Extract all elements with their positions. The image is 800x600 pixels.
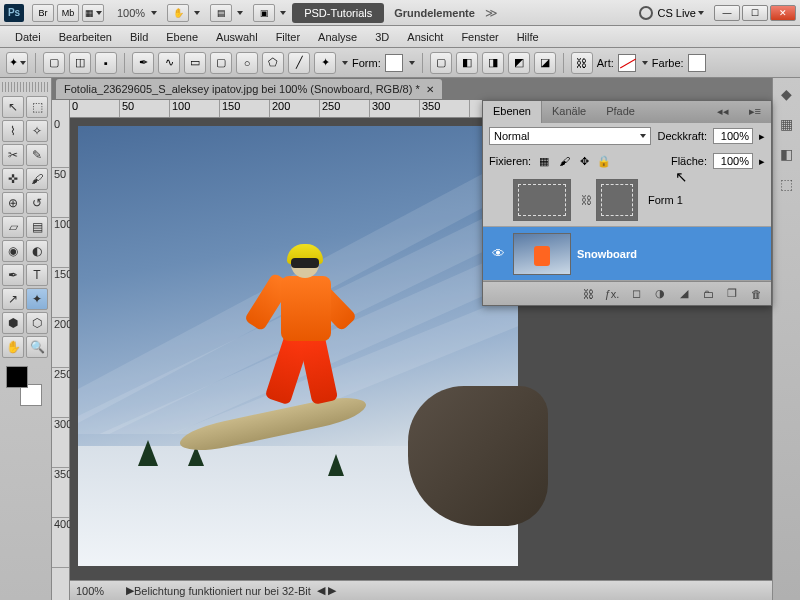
fill-pixels-mode[interactable]: ▪ [95,52,117,74]
new-layer-icon[interactable]: ❐ [725,287,739,301]
ruler-vertical[interactable]: 0 50 100 150 200 250 300 350 400 [52,100,70,600]
menu-bild[interactable]: Bild [121,31,157,43]
menu-filter[interactable]: Filter [267,31,309,43]
window-minimize[interactable]: — [714,5,740,21]
ellipse-shape-icon[interactable]: ○ [236,52,258,74]
color-swatches[interactable] [6,366,46,406]
shape-preview[interactable] [385,54,403,72]
tool-preset[interactable]: ✦ [6,52,28,74]
zoom-level[interactable]: 100% [117,7,145,19]
tab-kanaele[interactable]: Kanäle [542,101,596,123]
layer-row[interactable]: 👁 Snowboard [483,227,771,281]
lock-pixels-icon[interactable]: 🖌 [557,154,571,168]
color-swatch[interactable] [688,54,706,72]
arrange-docs-button[interactable]: ▤ [210,4,232,22]
link-layers-icon[interactable]: ⛓ [581,287,595,301]
roundrect-shape-icon[interactable]: ▢ [210,52,232,74]
mask-link-icon[interactable]: ⛓ [581,194,592,206]
hand-icon[interactable]: ✋ [167,4,189,22]
screen-mode-button[interactable]: ▣ [253,4,275,22]
lock-transparency-icon[interactable]: ▦ [537,154,551,168]
path-intersect-icon[interactable]: ◩ [508,52,530,74]
window-close[interactable]: ✕ [770,5,796,21]
layer-name[interactable]: Snowboard [577,248,765,260]
heal-tool[interactable]: ✜ [2,168,24,190]
brush-tool[interactable]: 🖌 [26,168,48,190]
blur-tool[interactable]: ◉ [2,240,24,262]
mask-icon[interactable]: ◻ [629,287,643,301]
paths-mode[interactable]: ◫ [69,52,91,74]
toolbox-grip[interactable] [2,82,49,92]
custom-shape-icon[interactable]: ✦ [314,52,336,74]
document-tab[interactable]: Fotolia_23629605_S_aleksey ipatov.jpg be… [56,79,442,99]
eraser-tool[interactable]: ▱ [2,216,24,238]
lock-all-icon[interactable]: 🔒 [597,154,611,168]
rect-shape-icon[interactable]: ▭ [184,52,206,74]
shape-layers-mode[interactable]: ▢ [43,52,65,74]
eyedropper-tool[interactable]: ✎ [26,144,48,166]
move-tool[interactable]: ↖ [2,96,24,118]
workspace-grundelemente[interactable]: Grundelemente [394,7,475,19]
fill-flyout[interactable]: ▸ [759,155,765,168]
styles-panel-icon[interactable]: ◧ [777,144,797,164]
menu-3d[interactable]: 3D [366,31,398,43]
group-icon[interactable]: ◢ [677,287,691,301]
path-select-tool[interactable]: ↗ [2,288,24,310]
adjustments-panel-icon[interactable]: ⬚ [777,174,797,194]
window-maximize[interactable]: ☐ [742,5,768,21]
line-shape-icon[interactable]: ╱ [288,52,310,74]
path-new-icon[interactable]: ▢ [430,52,452,74]
layer-name[interactable]: Form 1 [648,194,765,206]
lasso-tool[interactable]: ⌇ [2,120,24,142]
workspace-more[interactable]: ≫ [485,6,498,20]
type-tool[interactable]: T [26,264,48,286]
crop-tool[interactable]: ✂ [2,144,24,166]
opacity-flyout[interactable]: ▸ [759,130,765,143]
cslive-label[interactable]: CS Live [657,7,696,19]
pen-icon[interactable]: ✒ [132,52,154,74]
gradient-tool[interactable]: ▤ [26,216,48,238]
view-extras-button[interactable]: ▦ [82,4,104,22]
pen-tool[interactable]: ✒ [2,264,24,286]
menu-bearbeiten[interactable]: Bearbeiten [50,31,121,43]
menu-ebene[interactable]: Ebene [157,31,207,43]
panel-menu-icon[interactable]: ▸≡ [739,101,771,123]
workspace-psdtutorials[interactable]: PSD-Tutorials [292,3,384,23]
link-icon[interactable]: ⛓ [571,52,593,74]
layer-thumbnail[interactable] [513,179,571,221]
3d-tool[interactable]: ⬢ [2,312,24,334]
trash-icon[interactable]: 🗑 [749,287,763,301]
panel-collapse-icon[interactable]: ◂◂ [707,101,739,123]
dodge-tool[interactable]: ◐ [26,240,48,262]
fill-input[interactable]: 100% [713,153,753,169]
path-subtract-icon[interactable]: ◨ [482,52,504,74]
menu-ansicht[interactable]: Ansicht [398,31,452,43]
visibility-toggle[interactable]: 👁 [489,245,507,263]
tab-ebenen[interactable]: Ebenen [483,101,542,123]
menu-hilfe[interactable]: Hilfe [508,31,548,43]
marquee-tool[interactable]: ⬚ [26,96,48,118]
bridge-button[interactable]: Br [32,4,54,22]
color-panel-icon[interactable]: ◆ [777,84,797,104]
zoom-tool[interactable]: 🔍 [26,336,48,358]
hand-tool[interactable]: ✋ [2,336,24,358]
visibility-toggle[interactable] [489,191,507,209]
path-add-icon[interactable]: ◧ [456,52,478,74]
layer-row[interactable]: ⛓ Form 1 [483,173,771,227]
polygon-shape-icon[interactable]: ⬠ [262,52,284,74]
shape-tool[interactable]: ✦ [26,288,48,310]
adjustment-icon[interactable]: ◑ [653,287,667,301]
status-zoom[interactable]: 100% [76,585,126,597]
history-brush-tool[interactable]: ↺ [26,192,48,214]
opacity-input[interactable]: 100% [713,128,753,144]
path-exclude-icon[interactable]: ◪ [534,52,556,74]
wand-tool[interactable]: ✧ [26,120,48,142]
minibridge-button[interactable]: Mb [57,4,79,22]
menu-auswahl[interactable]: Auswahl [207,31,267,43]
close-tab-icon[interactable]: ✕ [426,84,434,95]
blend-mode-select[interactable]: Normal [489,127,651,145]
layer-thumbnail[interactable] [513,233,571,275]
3d-camera-tool[interactable]: ⬡ [26,312,48,334]
stamp-tool[interactable]: ⊕ [2,192,24,214]
lock-position-icon[interactable]: ✥ [577,154,591,168]
